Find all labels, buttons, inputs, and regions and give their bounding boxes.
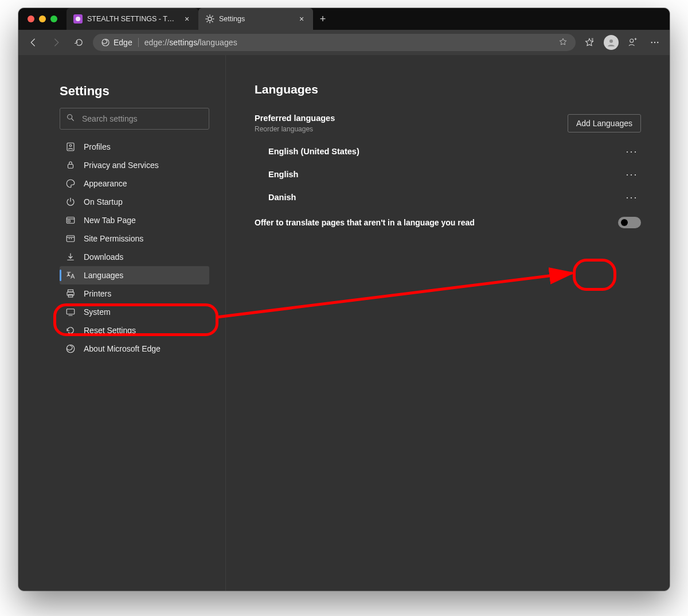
close-window-button[interactable]: [28, 15, 34, 22]
maximize-window-button[interactable]: [50, 15, 57, 22]
reset-icon: [65, 325, 76, 336]
tab-label: STEALTH SETTINGS - Tutorials,: [87, 15, 178, 23]
sidebar-item-system[interactable]: System: [60, 303, 209, 321]
back-button[interactable]: [24, 33, 42, 52]
feedback-button[interactable]: [624, 33, 642, 52]
refresh-button[interactable]: [70, 33, 88, 52]
sidebar-item-downloads[interactable]: Downloads: [60, 248, 209, 266]
minimize-window-button[interactable]: [39, 15, 46, 22]
sidebar-item-label: Appearance: [84, 179, 127, 188]
svg-rect-24: [68, 165, 73, 169]
close-tab-icon[interactable]: ×: [297, 14, 306, 24]
profile-button[interactable]: [602, 33, 620, 52]
preferred-languages-header: Preferred languages Reorder languages Ad…: [255, 114, 641, 133]
translate-label: Offer to translate pages that aren't in …: [255, 218, 475, 227]
language-list: English (United States)···English···Dani…: [255, 140, 641, 209]
svg-point-19: [657, 42, 658, 43]
sidebar-item-new-tab-page[interactable]: New Tab Page: [60, 211, 209, 229]
browser-window: STEALTH SETTINGS - Tutorials, × Settings…: [18, 8, 670, 591]
sidebar-item-label: System: [84, 307, 111, 317]
sidebar-title: Settings: [60, 84, 209, 99]
svg-point-1: [76, 17, 80, 21]
sidebar-item-label: Downloads: [84, 252, 123, 262]
settings-body: Settings ProfilesPrivacy and ServicesApp…: [18, 55, 670, 591]
language-name: Danish: [268, 193, 296, 202]
search-settings-box[interactable]: [60, 108, 209, 130]
sidebar-item-label: Reset Settings: [84, 326, 136, 335]
bookmark-star-icon[interactable]: [558, 37, 568, 48]
svg-point-18: [654, 42, 655, 43]
svg-line-21: [72, 119, 73, 120]
sidebar-item-reset-settings[interactable]: Reset Settings: [60, 321, 209, 340]
page-heading: Languages: [255, 83, 641, 96]
toggle-knob: [621, 219, 628, 226]
favicon-settings: [205, 14, 214, 24]
language-row: English···: [255, 163, 641, 186]
sidebar-item-profiles[interactable]: Profiles: [60, 138, 209, 156]
sidebar-item-label: Printers: [84, 289, 111, 298]
svg-point-30: [71, 238, 72, 239]
favorites-button[interactable]: [580, 33, 599, 52]
language-more-button[interactable]: ···: [623, 146, 641, 158]
language-name: English: [268, 170, 298, 179]
sidebar-item-privacy-and-services[interactable]: Privacy and Services: [60, 156, 209, 174]
search-icon: [66, 113, 75, 124]
url-text: edge://settings/languages: [144, 38, 237, 47]
sidebar-item-languages[interactable]: Languages: [60, 266, 209, 284]
svg-point-15: [609, 40, 613, 43]
language-row: English (United States)···: [255, 140, 641, 163]
svg-line-7: [207, 16, 208, 17]
sidebar-item-site-permissions[interactable]: Site Permissions: [60, 229, 209, 248]
toolbar-right: [580, 33, 664, 52]
toolbar: Edge edge://settings/languages: [18, 30, 670, 55]
more-menu-button[interactable]: [646, 33, 664, 52]
forward-button[interactable]: [47, 33, 65, 52]
section-subtitle: Reorder languages: [255, 125, 335, 133]
sidebar-item-on-startup[interactable]: On Startup: [60, 193, 209, 211]
svg-rect-36: [67, 309, 75, 314]
language-more-button[interactable]: ···: [623, 192, 641, 204]
svg-line-10: [207, 21, 208, 22]
sidebar-item-printers[interactable]: Printers: [60, 284, 209, 303]
translate-toggle[interactable]: [618, 217, 641, 228]
section-title: Preferred languages: [255, 114, 335, 123]
download-icon: [65, 252, 76, 262]
sidebar-item-label: Profiles: [84, 142, 111, 151]
translate-setting-row: Offer to translate pages that aren't in …: [255, 217, 641, 228]
sidebar-item-label: Site Permissions: [84, 234, 143, 243]
address-bar[interactable]: Edge edge://settings/languages: [93, 34, 576, 51]
sidebar-item-label: On Startup: [84, 197, 123, 206]
svg-point-17: [651, 42, 652, 43]
svg-point-23: [69, 145, 72, 147]
avatar-icon: [604, 35, 619, 50]
svg-rect-28: [67, 236, 75, 242]
newtab-icon: [65, 215, 76, 225]
settings-sidebar: Settings ProfilesPrivacy and ServicesApp…: [18, 55, 226, 591]
tab-strip: STEALTH SETTINGS - Tutorials, × Settings…: [18, 8, 670, 30]
close-tab-icon[interactable]: ×: [182, 14, 191, 24]
site-identity-label: Edge: [114, 38, 132, 47]
sidebar-item-label: New Tab Page: [84, 216, 136, 225]
tab-stealth-settings[interactable]: STEALTH SETTINGS - Tutorials, ×: [67, 8, 198, 30]
power-icon: [65, 197, 76, 207]
sidebar-item-appearance[interactable]: Appearance: [60, 174, 209, 193]
svg-rect-27: [68, 220, 71, 222]
language-more-button[interactable]: ···: [623, 169, 641, 181]
add-languages-button[interactable]: Add Languages: [568, 114, 641, 132]
svg-line-8: [212, 21, 213, 22]
new-tab-button[interactable]: +: [313, 8, 333, 30]
sidebar-item-about-microsoft-edge[interactable]: About Microsoft Edge: [60, 340, 209, 358]
svg-point-20: [68, 115, 72, 119]
profile-icon: [65, 142, 76, 152]
search-settings-input[interactable]: [81, 114, 203, 124]
tab-settings[interactable]: Settings ×: [198, 8, 313, 30]
separator: [138, 38, 139, 47]
permissions-icon: [65, 233, 76, 244]
system-icon: [65, 307, 76, 317]
sidebar-item-label: About Microsoft Edge: [84, 344, 161, 353]
window-controls: [18, 8, 67, 30]
svg-point-16: [630, 39, 634, 42]
edge-icon: [101, 38, 110, 47]
favicon-stealth: [73, 14, 83, 24]
sidebar-item-label: Languages: [84, 271, 123, 280]
